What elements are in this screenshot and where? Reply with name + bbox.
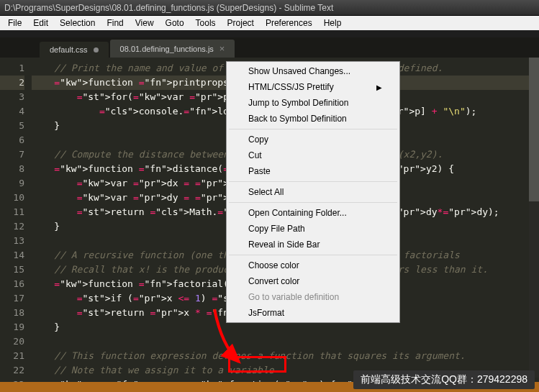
context-menu-item-label: JsFormat [248, 308, 284, 318]
context-menu-item-label: Convert color [248, 276, 299, 286]
submenu-arrow-icon: ▶ [376, 83, 382, 91]
menu-separator [229, 129, 397, 129]
menu-preferences[interactable]: Preferences [261, 17, 317, 29]
context-menu-item[interactable]: Cut [228, 147, 398, 163]
context-menu-item[interactable]: Paste [228, 163, 398, 179]
close-icon[interactable]: × [219, 43, 225, 54]
line-number: 21 [0, 349, 24, 363]
context-menu-item: Go to variable definition [228, 289, 398, 305]
context-menu-item[interactable]: Choose color [228, 257, 398, 273]
context-menu-item-label: HTML/CSS/JS Prettify [248, 82, 334, 92]
tab-label: 08.01.defining_functions.js [120, 45, 214, 53]
line-number: 16 [0, 277, 24, 291]
vertical-scrollbar[interactable] [529, 58, 539, 378]
window-titlebar: D:\Programs\SuperDesigns\08.01.defining_… [0, 0, 539, 16]
dirty-dot-icon [94, 47, 99, 53]
line-number: 6 [0, 133, 24, 147]
context-menu-item[interactable]: Copy [228, 132, 398, 147]
context-menu-item-label: Open Containing Folder... [248, 208, 347, 218]
tab-defining-functions[interactable]: 08.01.defining_functions.js× [110, 40, 235, 58]
line-number: 13 [0, 234, 24, 248]
menubar: File Edit Selection Find View Goto Tools… [0, 16, 539, 30]
context-menu-item-label: Cut [248, 150, 262, 160]
menu-separator [229, 255, 397, 255]
line-number: 20 [0, 334, 24, 349]
scrollbar-thumb[interactable] [529, 58, 539, 201]
menu-tools[interactable]: Tools [191, 17, 221, 29]
window-title: D:\Programs\SuperDesigns\08.01.defining_… [4, 3, 333, 13]
context-menu-item-label: Show Unsaved Changes... [248, 66, 350, 76]
line-number: 11 [0, 205, 24, 219]
menu-file[interactable]: File [3, 17, 27, 29]
context-menu-item[interactable]: Jump to Symbol Definition [228, 95, 398, 111]
context-menu-item-label: Go to variable definition [248, 292, 339, 302]
context-menu-item-label: Reveal in Side Bar [248, 240, 320, 250]
line-number: 1 [0, 61, 24, 76]
context-menu-item[interactable]: Show Unsaved Changes... [228, 63, 398, 79]
toolbar-gap [0, 30, 539, 37]
context-menu-item[interactable]: HTML/CSS/JS Prettify▶ [228, 79, 398, 95]
context-menu-item[interactable]: Open Containing Folder... [228, 205, 398, 221]
context-menu-item[interactable]: JsFormat [228, 305, 398, 321]
menu-view[interactable]: View [130, 17, 159, 29]
menu-help[interactable]: Help [319, 17, 347, 29]
line-number-gutter: 1234567891011121314151617181920212223 [0, 58, 32, 382]
context-menu-item-label: Paste [248, 166, 271, 176]
line-number: 17 [0, 291, 24, 306]
line-number: 8 [0, 162, 24, 176]
context-menu-item-label: Copy [248, 135, 268, 145]
tab-label: default.css [50, 45, 88, 54]
menu-selection[interactable]: Selection [55, 17, 100, 29]
context-menu-item[interactable]: Reveal in Side Bar [228, 237, 398, 252]
line-number: 7 [0, 147, 24, 162]
tab-default-css[interactable]: default.css [40, 42, 109, 58]
context-menu-item[interactable]: Copy File Path [228, 221, 398, 237]
menu-find[interactable]: Find [101, 17, 128, 29]
line-number: 12 [0, 219, 24, 234]
context-menu-item-label: Copy File Path [248, 224, 305, 234]
context-menu-item-label: Jump to Symbol Definition [248, 98, 348, 108]
menu-goto[interactable]: Goto [160, 17, 189, 29]
line-number: 3 [0, 90, 24, 104]
line-number: 9 [0, 176, 24, 191]
line-number: 5 [0, 119, 24, 133]
menu-separator [229, 181, 397, 182]
line-number: 18 [0, 306, 24, 320]
context-menu-item[interactable]: Select All [228, 184, 398, 200]
line-number: 19 [0, 320, 24, 334]
line-number: 22 [0, 363, 24, 378]
menu-edit[interactable]: Edit [28, 17, 53, 29]
line-number: 15 [0, 263, 24, 277]
footer-badge: 前端高级技术交流QQ群：279422298 [353, 370, 535, 389]
highlight-box [228, 356, 286, 373]
tab-bar: default.css 08.01.defining_functions.js× [0, 37, 539, 58]
line-number: 4 [0, 104, 24, 119]
context-menu-item-label: Back to Symbol Definition [248, 114, 347, 124]
line-number: 14 [0, 248, 24, 263]
context-menu-item[interactable]: Convert color [228, 273, 398, 289]
line-number: 10 [0, 191, 24, 205]
line-number: 2 [0, 76, 24, 90]
context-menu-item[interactable]: Back to Symbol Definition [228, 111, 398, 127]
context-menu: Show Unsaved Changes...HTML/CSS/JS Prett… [226, 61, 400, 323]
context-menu-item-label: Select All [248, 187, 284, 197]
menu-project[interactable]: Project [222, 17, 259, 29]
context-menu-item-label: Choose color [248, 260, 299, 270]
code-line [32, 334, 539, 349]
menu-separator [229, 202, 397, 203]
